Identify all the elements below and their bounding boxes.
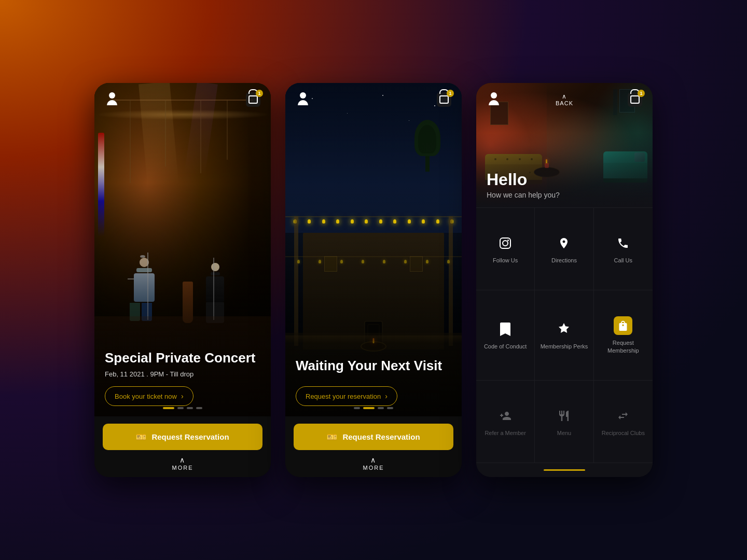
phone2-header: 1 — [285, 83, 462, 116]
menu-grid: Follow Us Directions Call Us — [476, 207, 653, 463]
call-us-label: Call Us — [614, 257, 632, 264]
phone1-title: Special Private Concert — [105, 351, 260, 366]
bookmark-icon — [496, 320, 515, 339]
phone1-ticket-btn-label: Book your ticket now — [115, 393, 177, 400]
phone1-request-btn[interactable]: 🎫 Request Reservation — [103, 424, 262, 450]
membership-perks-label: Membership Perks — [541, 343, 588, 350]
hello-sub: How we can help you? — [487, 191, 642, 199]
reciprocal-clubs-label: Reciprocal Clubs — [602, 429, 645, 437]
user-head-3 — [491, 92, 497, 99]
phone-3: ∧ BACK 1 Hello How we can help you? — [476, 83, 653, 477]
user-head — [109, 92, 115, 99]
back-chevron: ∧ — [562, 93, 567, 100]
follow-us-label: Follow Us — [493, 257, 518, 264]
menu-membership-perks[interactable]: Membership Perks — [535, 290, 593, 381]
refer-member-label: Refer a Member — [485, 429, 525, 437]
more-chevron: ∧ — [179, 456, 186, 464]
menu-follow-us[interactable]: Follow Us — [476, 208, 535, 290]
menu-label: Menu — [557, 429, 572, 437]
phone2-request-label: Request Reservation — [342, 432, 420, 441]
bag-badge-2: 1 — [447, 90, 454, 97]
phone1-more-btn[interactable]: ∧ MORE — [103, 450, 262, 477]
bag-inner-2 — [439, 95, 449, 104]
menu-reciprocal[interactable]: Reciprocal Clubs — [594, 381, 653, 463]
menu-request-membership[interactable]: Request Membership — [594, 290, 653, 381]
phone1-subtitle: Feb, 11 2021 . 9PM - Till drop — [105, 370, 260, 378]
menu-directions[interactable]: Directions — [535, 208, 593, 290]
phone2-request-btn[interactable]: 🎫 Request Reservation — [294, 424, 453, 450]
svg-point-1 — [503, 241, 508, 246]
hello-text: Hello How we can help you? — [476, 162, 653, 207]
membership-bag-icon — [614, 316, 632, 335]
instagram-icon — [496, 234, 515, 253]
user-body-3 — [489, 100, 499, 105]
phone2-hero-text: Waiting Your Next Visit Request your res… — [285, 348, 462, 416]
phone2-more-label: MORE — [363, 465, 384, 471]
dot2-3[interactable] — [378, 407, 384, 409]
dot-4[interactable] — [196, 407, 202, 409]
phone1-bottom: 🎫 Request Reservation ∧ MORE — [94, 416, 271, 477]
arrows-icon — [614, 407, 632, 425]
more-chevron-2: ∧ — [370, 456, 377, 464]
phone3-hero: ∧ BACK 1 Hello How we can help you? — [476, 83, 653, 207]
menu-call-us[interactable]: Call Us — [594, 208, 653, 290]
phone2-reservation-label: Request your reservation — [306, 393, 381, 400]
user-body — [107, 100, 117, 105]
menu-menu[interactable]: Menu — [535, 381, 593, 463]
user-icon-3[interactable] — [487, 92, 501, 107]
star-icon — [555, 320, 573, 339]
user-body-2 — [298, 100, 308, 105]
bag-icon-2[interactable]: 1 — [437, 92, 451, 107]
phone1-request-label: Request Reservation — [151, 432, 229, 441]
back-btn[interactable]: ∧ BACK — [556, 93, 573, 106]
dot2-2[interactable] — [363, 407, 375, 409]
dot-3[interactable] — [187, 407, 193, 409]
phone2-dots — [354, 407, 393, 409]
svg-rect-0 — [500, 238, 510, 248]
bag-badge: 1 — [256, 90, 263, 97]
code-conduct-label: Code of Conduct — [484, 343, 527, 350]
back-label-text: BACK — [556, 100, 573, 106]
request-membership-label: Request Membership — [599, 339, 647, 354]
bag-badge-3: 1 — [638, 90, 645, 97]
phone2-bottom: 🎫 Request Reservation ∧ MORE — [285, 416, 462, 477]
refer-icon — [496, 407, 515, 425]
menu-refer-member[interactable]: Refer a Member — [476, 381, 535, 463]
phone2-hero: 1 Waiting Your Next Visit Request your r… — [285, 83, 462, 416]
phones-container: 1 Special Private Concert Feb, 11 2021 .… — [94, 83, 653, 477]
hello-title: Hello — [487, 171, 642, 189]
bag-inner — [248, 95, 258, 104]
user-icon-2[interactable] — [296, 92, 310, 107]
menu-code-conduct[interactable]: Code of Conduct — [476, 290, 535, 381]
dot2-4[interactable] — [387, 407, 393, 409]
user-icon[interactable] — [105, 92, 119, 107]
phone1-dots — [163, 407, 202, 409]
phone1-hero-text: Special Private Concert Feb, 11 2021 . 9… — [94, 340, 271, 416]
phone3-bottom — [476, 463, 653, 477]
phone2-reservation-btn[interactable]: Request your reservation › — [296, 386, 397, 406]
phone1-btn-arrow: › — [181, 392, 184, 400]
dot-2[interactable] — [177, 407, 184, 409]
phone1-more-label: MORE — [172, 465, 193, 471]
bag-inner-3 — [630, 95, 640, 104]
phone1-ticket-btn[interactable]: Book your ticket now › — [105, 386, 193, 406]
phone-icon — [614, 234, 632, 253]
request-icon-2: 🎫 — [327, 432, 337, 442]
phone1-hero: 1 Special Private Concert Feb, 11 2021 .… — [94, 83, 271, 416]
svg-point-2 — [507, 240, 509, 241]
utensils-icon — [555, 407, 573, 425]
bag-icon-3[interactable]: 1 — [628, 92, 642, 107]
dot-1[interactable] — [163, 407, 174, 409]
directions-label: Directions — [551, 257, 577, 264]
phone2-title: Waiting Your Next Visit — [296, 358, 451, 374]
phone2-more-btn[interactable]: ∧ MORE — [294, 450, 453, 477]
phone1-header: 1 — [94, 83, 271, 116]
dot2-1[interactable] — [354, 407, 360, 409]
phone-2: 1 Waiting Your Next Visit Request your r… — [285, 83, 462, 477]
bag-icon[interactable]: 1 — [246, 92, 260, 107]
location-icon — [555, 234, 573, 253]
request-icon: 🎫 — [136, 432, 146, 442]
phone-1: 1 Special Private Concert Feb, 11 2021 .… — [94, 83, 271, 477]
user-head-2 — [300, 92, 306, 99]
bottom-indicator — [544, 469, 585, 471]
